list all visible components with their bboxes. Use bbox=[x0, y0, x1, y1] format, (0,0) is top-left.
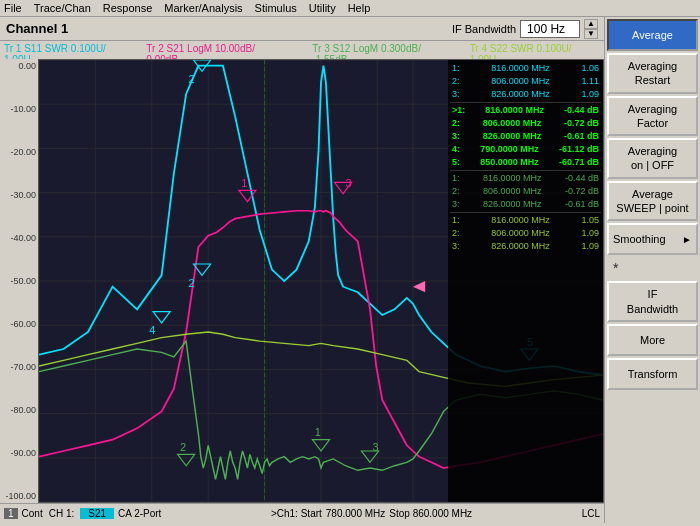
m1m-id: >1: bbox=[452, 104, 465, 117]
svg-text:2: 2 bbox=[180, 441, 186, 453]
marker-3-green: 3: 826.0000 MHz -0.61 dB bbox=[450, 198, 601, 211]
marker-3-cyan: 3: 826.0000 MHz 1.09 bbox=[450, 88, 601, 101]
smoothing-arrow-icon: ► bbox=[682, 233, 692, 246]
chart-body: 4 2 2 1 3 5 bbox=[38, 59, 604, 503]
trace-2-info: Tr 2 S21 LogM 10.00dB/ 0.00dB bbox=[146, 43, 288, 57]
m3-freq: 826.0000 MHz bbox=[491, 88, 550, 101]
m2-val: 1.11 bbox=[581, 75, 599, 88]
m3-val: 1.09 bbox=[581, 88, 599, 101]
m2m-val: -0.72 dB bbox=[564, 117, 599, 130]
y-label-7: -70.00 bbox=[2, 362, 36, 372]
m2y-val: 1.09 bbox=[581, 227, 599, 240]
m5m-id: 5: bbox=[452, 156, 460, 169]
m4m-freq: 790.0000 MHz bbox=[480, 143, 539, 156]
m1-id: 1: bbox=[452, 62, 460, 75]
if-bandwidth-arrows: ▲ ▼ bbox=[584, 19, 598, 39]
stop-info: Stop 860.000 MHz bbox=[389, 508, 472, 519]
m3y-id: 3: bbox=[452, 240, 460, 253]
if-bandwidth-area: IF Bandwidth 100 Hz ▲ ▼ bbox=[452, 19, 598, 39]
m4m-id: 4: bbox=[452, 143, 460, 156]
m3m-freq: 826.0000 MHz bbox=[483, 130, 542, 143]
more-button[interactable]: More bbox=[607, 324, 698, 356]
status-num: 1 bbox=[4, 508, 18, 519]
marker-2-cyan: 2: 806.0000 MHz 1.11 bbox=[450, 75, 601, 88]
if-bandwidth-sidebar-row: * bbox=[607, 257, 698, 279]
m1g-freq: 816.0000 MHz bbox=[483, 172, 542, 185]
left-panel: Channel 1 IF Bandwidth 100 Hz ▲ ▼ Tr 1 S… bbox=[0, 17, 604, 523]
menu-bar: File Trace/Chan Response Marker/Analysis… bbox=[0, 0, 700, 17]
marker-3-magenta: 3: 826.0000 MHz -0.61 dB bbox=[450, 130, 601, 143]
y-label-1: -10.00 bbox=[2, 104, 36, 114]
menu-stimulus[interactable]: Stimulus bbox=[255, 2, 297, 14]
status-center: >Ch1: Start 780.000 MHz Stop 860.000 MHz bbox=[271, 508, 472, 519]
m2y-id: 2: bbox=[452, 227, 460, 240]
m3m-id: 3: bbox=[452, 130, 460, 143]
marker-3-yellow: 3: 826.0000 MHz 1.09 bbox=[450, 240, 601, 253]
lcl-label: LCL bbox=[582, 508, 600, 519]
status-bar: 1 Cont CH 1: S21 CA 2-Port >Ch1: Start 7… bbox=[0, 503, 604, 523]
menu-file[interactable]: File bbox=[4, 2, 22, 14]
y-axis: 0.00 -10.00 -20.00 -30.00 -40.00 -50.00 … bbox=[0, 59, 38, 503]
menu-marker[interactable]: Marker/Analysis bbox=[164, 2, 242, 14]
m2m-id: 2: bbox=[452, 117, 460, 130]
svg-text:2: 2 bbox=[189, 277, 195, 289]
ch1-label: CH 1: bbox=[47, 508, 77, 519]
average-sweep-point-button[interactable]: AverageSWEEP | point bbox=[607, 181, 698, 222]
m5m-val: -60.71 dB bbox=[559, 156, 599, 169]
menu-utility[interactable]: Utility bbox=[309, 2, 336, 14]
marker-1-cyan: 1: 816.0000 MHz 1.06 bbox=[450, 62, 601, 75]
svg-text:4: 4 bbox=[149, 325, 155, 337]
m3y-freq: 826.0000 MHz bbox=[491, 240, 550, 253]
start-label: >Ch1: Start bbox=[271, 508, 322, 519]
averaging-restart-button[interactable]: AveragingRestart bbox=[607, 53, 698, 94]
chart-area: 0.00 -10.00 -20.00 -30.00 -40.00 -50.00 … bbox=[0, 59, 604, 503]
m5m-freq: 850.0000 MHz bbox=[480, 156, 539, 169]
marker-1-magenta: >1: 816.0000 MHz -0.44 dB bbox=[450, 104, 601, 117]
menu-response[interactable]: Response bbox=[103, 2, 153, 14]
m2g-val: -0.72 dB bbox=[565, 185, 599, 198]
m3y-val: 1.09 bbox=[581, 240, 599, 253]
y-label-4: -40.00 bbox=[2, 233, 36, 243]
start-freq: 780.000 MHz bbox=[326, 508, 385, 519]
star-icon: * bbox=[609, 258, 622, 278]
smoothing-button[interactable]: Smoothing ► bbox=[607, 223, 698, 255]
svg-text:1: 1 bbox=[241, 177, 247, 189]
m2m-freq: 806.0000 MHz bbox=[483, 117, 542, 130]
m1-freq: 816.0000 MHz bbox=[491, 62, 550, 75]
transform-button[interactable]: Transform bbox=[607, 358, 698, 390]
y-label-2: -20.00 bbox=[2, 147, 36, 157]
y-label-5: -50.00 bbox=[2, 276, 36, 286]
if-bandwidth-button[interactable]: IFBandwidth bbox=[607, 281, 698, 322]
main-container: Channel 1 IF Bandwidth 100 Hz ▲ ▼ Tr 1 S… bbox=[0, 17, 700, 523]
svg-text:1: 1 bbox=[315, 427, 321, 439]
marker-1-yellow: 1: 816.0000 MHz 1.05 bbox=[450, 214, 601, 227]
m1g-val: -0.44 dB bbox=[565, 172, 599, 185]
trace-3-info: Tr 3 S12 LogM 0.300dB/ -1.55dB bbox=[312, 43, 457, 57]
m1y-id: 1: bbox=[452, 214, 460, 227]
trace-4-info: Tr 4 S22 SWR 0.100U/ 1.00U bbox=[470, 43, 600, 57]
y-label-10: -100.00 bbox=[2, 491, 36, 501]
m2g-freq: 806.0000 MHz bbox=[483, 185, 542, 198]
if-bandwidth-value[interactable]: 100 Hz bbox=[520, 20, 580, 38]
if-bw-down-arrow[interactable]: ▼ bbox=[584, 29, 598, 39]
averaging-factor-button[interactable]: AveragingFactor bbox=[607, 96, 698, 137]
marker-2-yellow: 2: 806.0000 MHz 1.09 bbox=[450, 227, 601, 240]
m2g-id: 2: bbox=[452, 185, 460, 198]
ca-label: CA 2-Port bbox=[118, 508, 161, 519]
marker-2-magenta: 2: 806.0000 MHz -0.72 dB bbox=[450, 117, 601, 130]
m4m-val: -61.12 dB bbox=[559, 143, 599, 156]
if-bandwidth-label: IF Bandwidth bbox=[452, 23, 516, 35]
m1y-freq: 816.0000 MHz bbox=[491, 214, 550, 227]
average-button[interactable]: Average bbox=[607, 19, 698, 51]
menu-help[interactable]: Help bbox=[348, 2, 371, 14]
m2-freq: 806.0000 MHz bbox=[491, 75, 550, 88]
trace-info: Tr 1 S11 SWR 0.100U/ 1.00U Tr 2 S21 LogM… bbox=[0, 41, 604, 59]
menu-trace-chan[interactable]: Trace/Chan bbox=[34, 2, 91, 14]
svg-text:3: 3 bbox=[346, 177, 352, 189]
averaging-on-off-button[interactable]: Averagingon | OFF bbox=[607, 138, 698, 179]
if-bw-up-arrow[interactable]: ▲ bbox=[584, 19, 598, 29]
y-label-0: 0.00 bbox=[2, 61, 36, 71]
right-sidebar: Average AveragingRestart AveragingFactor… bbox=[604, 17, 700, 523]
svg-text:3: 3 bbox=[372, 441, 378, 453]
marker-4-magenta: 4: 790.0000 MHz -61.12 dB bbox=[450, 143, 601, 156]
